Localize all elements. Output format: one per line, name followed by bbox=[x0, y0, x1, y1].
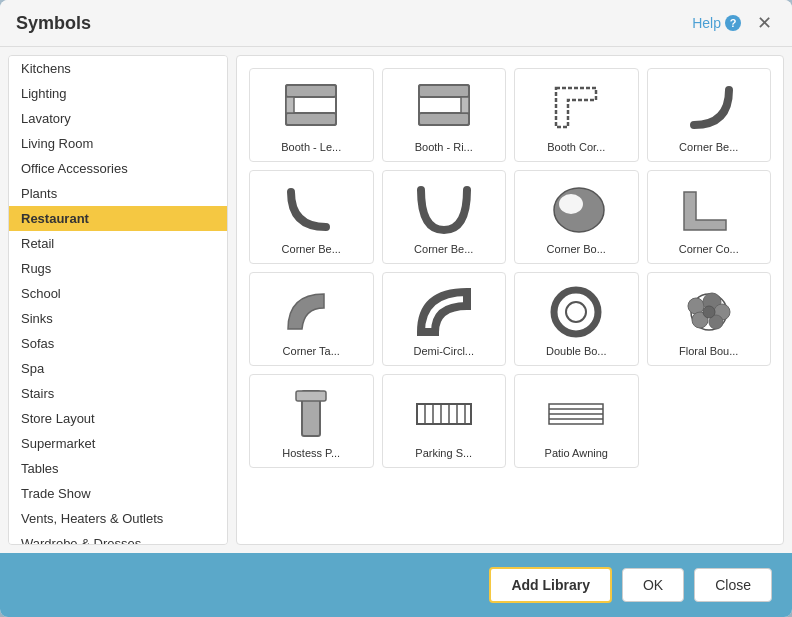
symbol-floral-bou[interactable]: Floral Bou... bbox=[647, 272, 772, 366]
ok-button[interactable]: OK bbox=[622, 568, 684, 602]
svg-rect-3 bbox=[286, 97, 294, 113]
sidebar-item-9[interactable]: School bbox=[9, 281, 227, 306]
symbols-dialog: Symbols Help ? ✕ KitchensLightingLavator… bbox=[0, 0, 792, 617]
svg-rect-7 bbox=[461, 97, 469, 113]
double-bo-svg bbox=[541, 284, 611, 339]
sidebar-item-3[interactable]: Living Room bbox=[9, 131, 227, 156]
symbol-label: Patio Awning bbox=[545, 447, 608, 459]
booth-corner-svg bbox=[541, 80, 611, 135]
sidebar-item-5[interactable]: Plants bbox=[9, 181, 227, 206]
sidebar-item-11[interactable]: Sofas bbox=[9, 331, 227, 356]
corner-ta-svg bbox=[276, 284, 346, 339]
corner-co-svg bbox=[674, 182, 744, 237]
symbol-corner-co[interactable]: Corner Co... bbox=[647, 170, 772, 264]
corner-be3-svg bbox=[409, 182, 479, 237]
symbol-icon bbox=[271, 383, 351, 443]
symbol-corner-be2[interactable]: Corner Be... bbox=[249, 170, 374, 264]
symbols-grid: Booth - Le... Booth - Ri... bbox=[249, 68, 771, 468]
svg-point-13 bbox=[688, 298, 704, 314]
symbol-hostess-p[interactable]: Hostess P... bbox=[249, 374, 374, 468]
sidebar-item-4[interactable]: Office Accessories bbox=[9, 156, 227, 181]
symbol-label: Booth - Ri... bbox=[415, 141, 473, 153]
symbol-icon bbox=[404, 383, 484, 443]
symbol-booth-right[interactable]: Booth - Ri... bbox=[382, 68, 507, 162]
hostess-p-svg bbox=[276, 386, 346, 441]
svg-rect-5 bbox=[419, 85, 469, 97]
symbol-label: Corner Co... bbox=[679, 243, 739, 255]
symbol-parking-s[interactable]: Parking S... bbox=[382, 374, 507, 468]
sidebar-item-17[interactable]: Trade Show bbox=[9, 481, 227, 506]
dialog-header: Symbols Help ? ✕ bbox=[0, 0, 792, 47]
dialog-body: KitchensLightingLavatoryLiving RoomOffic… bbox=[0, 47, 792, 553]
booth-left-svg bbox=[276, 80, 346, 135]
svg-rect-6 bbox=[419, 113, 469, 125]
symbol-corner-be3[interactable]: Corner Be... bbox=[382, 170, 507, 264]
symbol-label: Double Bo... bbox=[546, 345, 607, 357]
corner-be2-svg bbox=[276, 182, 346, 237]
symbol-label: Booth - Le... bbox=[281, 141, 341, 153]
symbol-label: Corner Ta... bbox=[283, 345, 340, 357]
sidebar-item-2[interactable]: Lavatory bbox=[9, 106, 227, 131]
sidebar-item-13[interactable]: Stairs bbox=[9, 381, 227, 406]
sidebar-item-8[interactable]: Rugs bbox=[9, 256, 227, 281]
symbol-icon bbox=[536, 179, 616, 239]
svg-point-18 bbox=[703, 306, 715, 318]
floral-bou-svg bbox=[674, 284, 744, 339]
symbol-label: Demi-Circl... bbox=[414, 345, 475, 357]
symbol-icon bbox=[404, 179, 484, 239]
symbol-booth-left[interactable]: Booth - Le... bbox=[249, 68, 374, 162]
symbol-label: Floral Bou... bbox=[679, 345, 738, 357]
booth-right-svg bbox=[409, 80, 479, 135]
symbol-label: Corner Be... bbox=[414, 243, 473, 255]
dialog-title: Symbols bbox=[16, 13, 91, 34]
svg-rect-2 bbox=[286, 113, 336, 125]
help-link[interactable]: Help ? bbox=[692, 15, 741, 31]
patio-awning-svg bbox=[541, 386, 611, 441]
symbol-label: Corner Bo... bbox=[547, 243, 606, 255]
symbol-corner-be1[interactable]: Corner Be... bbox=[647, 68, 772, 162]
help-icon: ? bbox=[725, 15, 741, 31]
close-button-footer[interactable]: Close bbox=[694, 568, 772, 602]
corner-bo-svg bbox=[541, 182, 611, 237]
symbol-icon bbox=[669, 281, 749, 341]
symbol-icon bbox=[536, 281, 616, 341]
symbol-corner-bo[interactable]: Corner Bo... bbox=[514, 170, 639, 264]
symbol-icon bbox=[271, 281, 351, 341]
demi-circle-svg bbox=[409, 284, 479, 339]
symbol-icon bbox=[271, 179, 351, 239]
symbol-double-bo[interactable]: Double Bo... bbox=[514, 272, 639, 366]
sidebar-item-12[interactable]: Spa bbox=[9, 356, 227, 381]
symbol-icon bbox=[536, 77, 616, 137]
symbol-icon bbox=[404, 77, 484, 137]
sidebar-item-6[interactable]: Restaurant bbox=[9, 206, 227, 231]
svg-rect-20 bbox=[296, 391, 326, 401]
symbol-icon bbox=[669, 77, 749, 137]
sidebar-item-18[interactable]: Vents, Heaters & Outlets bbox=[9, 506, 227, 531]
content-area: Booth - Le... Booth - Ri... bbox=[236, 55, 784, 545]
sidebar-item-7[interactable]: Retail bbox=[9, 231, 227, 256]
symbol-label: Hostess P... bbox=[282, 447, 340, 459]
symbol-label: Parking S... bbox=[415, 447, 472, 459]
parking-s-svg bbox=[409, 386, 479, 441]
sidebar-item-10[interactable]: Sinks bbox=[9, 306, 227, 331]
sidebar-item-15[interactable]: Supermarket bbox=[9, 431, 227, 456]
symbol-corner-ta[interactable]: Corner Ta... bbox=[249, 272, 374, 366]
symbol-icon bbox=[669, 179, 749, 239]
sidebar-item-0[interactable]: Kitchens bbox=[9, 56, 227, 81]
close-button[interactable]: ✕ bbox=[753, 12, 776, 34]
sidebar: KitchensLightingLavatoryLiving RoomOffic… bbox=[8, 55, 228, 545]
symbol-label: Corner Be... bbox=[282, 243, 341, 255]
sidebar-item-16[interactable]: Tables bbox=[9, 456, 227, 481]
symbol-demi-circle[interactable]: Demi-Circl... bbox=[382, 272, 507, 366]
symbol-booth-corner[interactable]: Booth Cor... bbox=[514, 68, 639, 162]
sidebar-item-14[interactable]: Store Layout bbox=[9, 406, 227, 431]
svg-rect-1 bbox=[286, 85, 336, 97]
symbol-patio-awning[interactable]: Patio Awning bbox=[514, 374, 639, 468]
header-right: Help ? ✕ bbox=[692, 12, 776, 34]
add-library-button[interactable]: Add Library bbox=[489, 567, 612, 603]
symbol-label: Booth Cor... bbox=[547, 141, 605, 153]
svg-point-11 bbox=[566, 302, 586, 322]
sidebar-item-1[interactable]: Lighting bbox=[9, 81, 227, 106]
sidebar-item-19[interactable]: Wardrobe & Dresses bbox=[9, 531, 227, 545]
svg-point-9 bbox=[559, 194, 583, 214]
